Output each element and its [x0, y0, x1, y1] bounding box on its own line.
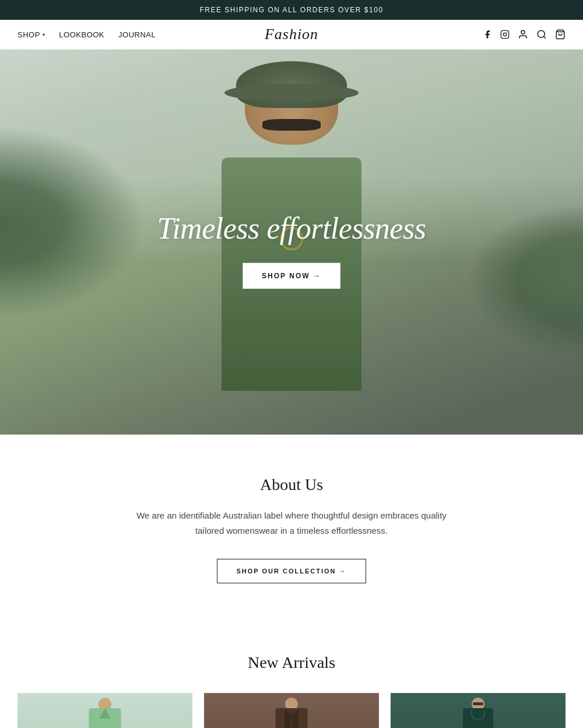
facebook-icon[interactable]: [483, 30, 492, 39]
svg-point-4: [538, 30, 545, 37]
nav-left: SHOP ▾ LOOKBOOK JOURNAL: [17, 30, 156, 39]
announcement-text: FREE SHIPPING ON ALL ORDERS OVER $100: [199, 6, 383, 14]
new-arrivals-title: New Arrivals: [12, 653, 571, 672]
nav-shop-link[interactable]: SHOP ▾: [17, 30, 45, 39]
nav-journal-link[interactable]: JOURNAL: [118, 30, 156, 39]
svg-line-5: [543, 36, 545, 38]
site-logo[interactable]: Fashion: [265, 26, 318, 43]
hero-content: Timeless effortlessness SHOP NOW →: [157, 211, 426, 289]
products-grid: [12, 693, 571, 728]
nav-journal-label: JOURNAL: [118, 30, 156, 39]
navbar: SHOP ▾ LOOKBOOK JOURNAL Fashion: [0, 20, 583, 50]
cart-icon[interactable]: [555, 29, 566, 40]
nav-right: [483, 29, 566, 40]
hero-title: Timeless effortlessness: [157, 211, 426, 246]
new-arrivals-section: New Arrivals: [0, 618, 583, 728]
nav-lookbook-link[interactable]: LOOKBOOK: [59, 30, 104, 39]
svg-rect-0: [501, 30, 508, 38]
hero-section: Timeless effortlessness SHOP NOW →: [0, 50, 583, 435]
product-card-2[interactable]: [204, 693, 379, 728]
about-title: About Us: [128, 475, 455, 494]
svg-point-3: [521, 30, 525, 34]
account-icon[interactable]: [518, 29, 528, 40]
chevron-down-icon: ▾: [43, 32, 45, 37]
shop-collection-button[interactable]: SHOP OUR COLLECTION →: [217, 559, 366, 583]
product-card-1[interactable]: [17, 693, 192, 728]
svg-point-1: [503, 33, 506, 36]
product-card-3[interactable]: [391, 693, 566, 728]
nav-shop-label: SHOP: [17, 30, 40, 39]
nav-lookbook-label: LOOKBOOK: [59, 30, 104, 39]
announcement-bar: FREE SHIPPING ON ALL ORDERS OVER $100: [0, 0, 583, 20]
shop-now-button[interactable]: SHOP NOW →: [243, 263, 340, 289]
instagram-icon[interactable]: [500, 30, 510, 39]
about-description: We are an identifiable Australian label …: [128, 508, 455, 538]
about-section: About Us We are an identifiable Australi…: [0, 435, 583, 618]
search-icon[interactable]: [536, 29, 547, 40]
svg-point-2: [507, 32, 507, 33]
